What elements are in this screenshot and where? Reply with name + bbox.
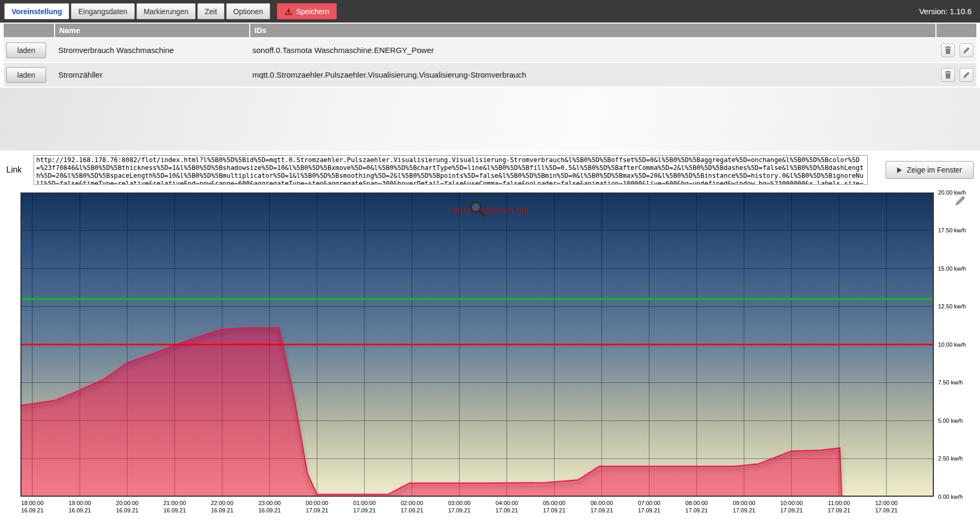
tab-eingangsdaten[interactable]: Eingangsdaten (71, 3, 134, 19)
table-row: ladenStromzähllermqtt.0.Stromzaehler.Pul… (4, 63, 976, 87)
x-axis-label: 07:00:0017.09.21 (625, 500, 673, 514)
column-header-load (4, 24, 54, 37)
magnifier-icon[interactable] (468, 200, 486, 218)
open-in-window-label: Zeige im Fenster (907, 166, 962, 174)
tab-optionen[interactable]: Optionen (226, 3, 271, 19)
column-header-ids: IDs (250, 24, 935, 37)
load-preset-button[interactable]: laden (6, 42, 46, 58)
x-axis-label: 04:00:0017.09.21 (483, 500, 530, 514)
table-row: ladenStromverbrauch Waschmaschinesonoff.… (4, 38, 976, 62)
trash-icon (944, 46, 952, 54)
tab-markierungen[interactable]: Markierungen (136, 3, 196, 19)
chart-panel: 20.00 kw/h17.50 kw/h15.00 kw/h12.50 kw/h… (0, 189, 980, 525)
x-axis-label: 01:00:0017.09.21 (341, 500, 388, 514)
edit-chart-icon[interactable] (954, 195, 967, 208)
y-axis-label: 7.50 kw/h (938, 379, 963, 386)
x-axis-label: 12:00:0017.09.21 (863, 500, 910, 514)
link-section: Link http://192.168.178.76:8082/flot/ind… (0, 151, 980, 189)
version-label: Version: 1.10.6 (919, 7, 976, 16)
load-cell: laden (4, 67, 54, 83)
x-axis-label: 08:00:0017.09.21 (673, 500, 720, 514)
x-axis-label: 05:00:0017.09.21 (530, 500, 578, 514)
x-axis-label: 22:00:0016.09.21 (198, 500, 246, 514)
load-cell: laden (4, 42, 54, 58)
empty-area (0, 88, 980, 151)
x-axis-label: 02:00:0017.09.21 (388, 500, 435, 514)
trash-icon (944, 71, 952, 79)
edit-row-button[interactable] (960, 44, 973, 57)
play-icon (897, 167, 902, 173)
row-actions (936, 44, 976, 57)
pencil-icon (963, 71, 970, 79)
save-button[interactable]: Speichern (277, 3, 337, 19)
toolbar: VoreinstellungEingangsdatenMarkierungenZ… (0, 0, 980, 23)
load-preset-button[interactable]: laden (6, 67, 46, 83)
preset-name: Stromzähller (54, 70, 248, 79)
x-axis-label: 10:00:0017.09.21 (768, 500, 815, 514)
x-axis-label: 23:00:0016.09.21 (246, 500, 293, 514)
pencil-icon (963, 47, 970, 54)
save-button-label: Speichern (296, 7, 329, 16)
tab-voreinstellung[interactable]: Voreinstellung (4, 3, 69, 19)
row-actions (936, 68, 976, 82)
table-header: Name IDs (4, 24, 976, 37)
column-header-name: Name (55, 24, 249, 37)
delete-row-button[interactable] (941, 44, 955, 57)
table-body: ladenStromverbrauch Waschmaschinesonoff.… (4, 38, 976, 87)
x-axis-label: 06:00:0017.09.21 (578, 500, 625, 514)
preset-ids: mqtt.0.Stromzaehler.Pulszaehler.Visualis… (248, 70, 936, 79)
x-axis-label: 03:00:0017.09.21 (436, 500, 483, 514)
preset-ids: sonoff.0.Tasmota Waschmaschine.ENERGY_Po… (248, 46, 936, 55)
x-axis-label: 20:00:0016.09.21 (103, 500, 151, 514)
tab-bar: VoreinstellungEingangsdatenMarkierungenZ… (4, 3, 272, 19)
x-axis-label: 09:00:0017.09.21 (720, 500, 768, 514)
y-axis-label: 12.50 kw/h (938, 303, 966, 310)
x-axis-label: 18:00:0016.09.21 (9, 500, 56, 514)
preset-name: Stromverbrauch Waschmaschine (54, 46, 248, 55)
column-header-actions (936, 24, 976, 37)
y-axis-label: 2.50 kw/h (938, 455, 963, 462)
edit-row-button[interactable] (960, 68, 973, 82)
x-axis-label: 11:00:0017.09.21 (815, 500, 862, 514)
flot-chart[interactable] (20, 192, 934, 497)
y-axis-label: 5.00 kw/h (938, 417, 963, 424)
tab-zeit[interactable]: Zeit (197, 3, 224, 19)
y-axis-label: 15.00 kw/h (938, 265, 966, 272)
download-icon (285, 8, 292, 15)
chart-title: Stromverbrauch Tag (0, 206, 980, 215)
link-url-textarea[interactable]: http://192.168.178.76:8082/flot/index.ht… (34, 155, 868, 185)
delete-row-button[interactable] (941, 68, 955, 82)
presets-table: Name IDs ladenStromverbrauch Waschmaschi… (4, 24, 976, 87)
y-axis-label: 17.50 kw/h (938, 227, 966, 234)
x-axis-label: 21:00:0016.09.21 (151, 500, 198, 514)
x-axis-label: 00:00:0017.09.21 (293, 500, 340, 514)
y-axis-label: 0.00 kw/h (938, 494, 963, 500)
link-label: Link (6, 165, 26, 175)
x-axis-label: 19:00:0016.09.21 (56, 500, 103, 514)
y-axis-label: 10.00 kw/h (938, 341, 966, 348)
open-in-window-button[interactable]: Zeige im Fenster (886, 161, 974, 179)
